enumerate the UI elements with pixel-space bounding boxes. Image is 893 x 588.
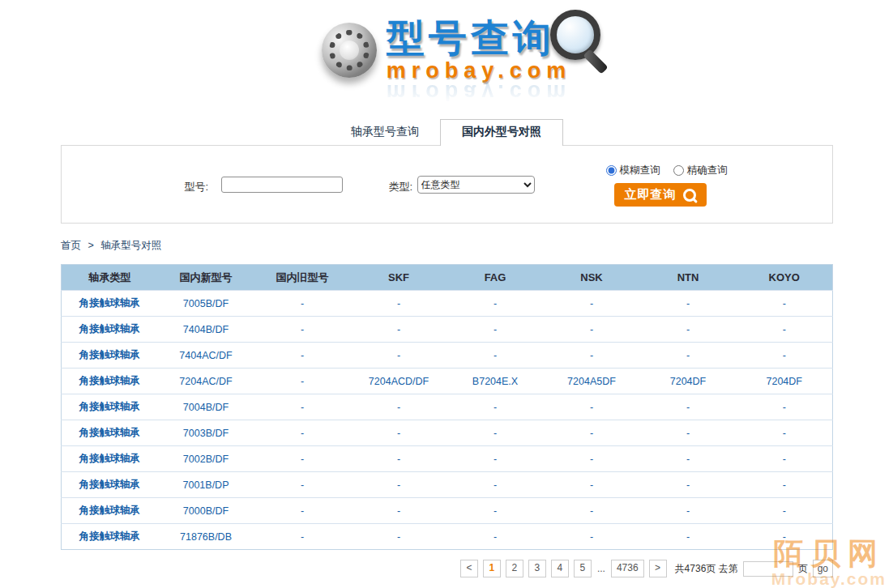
model-cell: - bbox=[640, 420, 737, 446]
model-cell: - bbox=[737, 343, 833, 369]
model-cell: - bbox=[737, 472, 833, 498]
bearing-type-cell[interactable]: 角接触球轴承 bbox=[62, 394, 158, 420]
pagination: < 12345 ... 4736 > 共4736页 去第 页 go bbox=[61, 560, 833, 577]
model-cell: - bbox=[640, 498, 737, 524]
model-cell: - bbox=[544, 446, 640, 472]
bearing-type-cell[interactable]: 角接触球轴承 bbox=[62, 291, 158, 317]
bearing-type-cell[interactable]: 角接触球轴承 bbox=[62, 524, 158, 550]
model-cell: - bbox=[737, 394, 833, 420]
table-row: 角接触球轴承7204AC/DF-7204ACD/DFB7204E.X7204A5… bbox=[62, 369, 833, 394]
submit-query-button[interactable]: 立即查询 bbox=[614, 183, 707, 207]
model-cell[interactable]: 7204DF bbox=[737, 369, 833, 394]
model-cell: - bbox=[351, 498, 447, 524]
logo: 型号查询 mrobay.com mrobay.com bbox=[0, 0, 893, 103]
goto-page-input[interactable] bbox=[743, 561, 793, 577]
model-cell: - bbox=[640, 446, 737, 472]
next-page-button[interactable]: > bbox=[649, 560, 667, 577]
model-cell: - bbox=[447, 394, 544, 420]
model-cell: - bbox=[640, 524, 737, 550]
model-cell: - bbox=[351, 420, 447, 446]
model-cell[interactable]: 7404B/DF bbox=[158, 317, 254, 343]
model-cell[interactable]: 7204A5DF bbox=[544, 369, 640, 394]
model-cell[interactable]: 7204ACD/DF bbox=[351, 369, 447, 394]
table-row: 角接触球轴承7002B/DF------ bbox=[62, 446, 833, 472]
model-cell: - bbox=[447, 343, 544, 369]
last-page-button[interactable]: 4736 bbox=[611, 560, 644, 577]
page-suffix-label: 页 bbox=[798, 562, 808, 576]
bearing-type-cell[interactable]: 角接触球轴承 bbox=[62, 420, 158, 446]
current-page-button[interactable]: 1 bbox=[483, 560, 501, 577]
model-cell[interactable]: 7002B/DF bbox=[158, 446, 254, 472]
model-cell: - bbox=[544, 291, 640, 317]
tab-bearing-model-search[interactable]: 轴承型号查询 bbox=[330, 120, 440, 145]
table-row: 角接触球轴承71876B/DB------ bbox=[62, 524, 833, 550]
table-row: 角接触球轴承7001B/DP------ bbox=[62, 472, 833, 498]
type-select[interactable]: 任意类型 bbox=[417, 176, 535, 194]
model-cell: - bbox=[351, 472, 447, 498]
model-cell: - bbox=[447, 498, 544, 524]
tab-domestic-foreign-comparison[interactable]: 国内外型号对照 bbox=[440, 119, 563, 146]
table-row: 角接触球轴承7404B/DF------ bbox=[62, 317, 833, 343]
model-cell: - bbox=[254, 446, 351, 472]
bearing-type-cell[interactable]: 角接触球轴承 bbox=[62, 446, 158, 472]
fuzzy-query-option[interactable]: 模糊查询 bbox=[606, 164, 660, 177]
go-button[interactable]: go bbox=[813, 560, 833, 577]
page-button[interactable]: 2 bbox=[506, 560, 523, 577]
fuzzy-radio[interactable] bbox=[606, 165, 617, 176]
model-cell[interactable]: 7005B/DF bbox=[158, 291, 254, 317]
search-icon bbox=[683, 189, 696, 202]
breadcrumb-separator: > bbox=[88, 240, 93, 251]
bearing-type-cell[interactable]: 角接触球轴承 bbox=[62, 472, 158, 498]
exact-radio[interactable] bbox=[673, 165, 684, 176]
table-body: 角接触球轴承7005B/DF------角接触球轴承7404B/DF------… bbox=[62, 291, 833, 550]
breadcrumb-home[interactable]: 首页 bbox=[61, 240, 81, 251]
model-cell: - bbox=[640, 291, 737, 317]
model-cell: - bbox=[254, 291, 351, 317]
page-button[interactable]: 3 bbox=[528, 560, 546, 577]
bearing-type-cell[interactable]: 角接触球轴承 bbox=[62, 317, 158, 343]
exact-query-option[interactable]: 精确查询 bbox=[673, 164, 728, 177]
model-cell: - bbox=[254, 472, 351, 498]
model-input[interactable] bbox=[221, 177, 343, 193]
bearing-type-cell[interactable]: 角接触球轴承 bbox=[62, 498, 158, 524]
model-cell: - bbox=[544, 343, 640, 369]
prev-page-button[interactable]: < bbox=[460, 560, 478, 577]
model-cell[interactable]: 7204AC/DF bbox=[158, 369, 254, 394]
model-cell: - bbox=[737, 291, 833, 317]
bearing-type-cell[interactable]: 角接触球轴承 bbox=[62, 343, 158, 369]
model-cell: - bbox=[737, 498, 833, 524]
model-cell[interactable]: 71876B/DB bbox=[158, 524, 254, 550]
model-cell[interactable]: 7000B/DF bbox=[158, 498, 254, 524]
pagination-pages: 12345 bbox=[483, 560, 592, 577]
model-cell: - bbox=[737, 317, 833, 343]
model-cell: - bbox=[351, 446, 447, 472]
table-row: 角接触球轴承7004B/DF------ bbox=[62, 394, 833, 420]
model-cell[interactable]: 7004B/DF bbox=[158, 394, 254, 420]
page: { "logo": { "title": "型号查询", "domain": "… bbox=[0, 0, 893, 588]
header-cell: 国内旧型号 bbox=[254, 265, 351, 291]
model-cell: - bbox=[447, 420, 544, 446]
submit-query-label: 立即查询 bbox=[625, 187, 677, 202]
model-cell[interactable]: B7204E.X bbox=[447, 369, 544, 394]
breadcrumb: 首页 > 轴承型号对照 bbox=[61, 239, 893, 253]
model-cell[interactable]: 7003B/DF bbox=[158, 420, 254, 446]
model-cell: - bbox=[351, 343, 447, 369]
model-cell: - bbox=[351, 291, 447, 317]
model-cell[interactable]: 7001B/DP bbox=[158, 472, 254, 498]
model-cell: - bbox=[544, 498, 640, 524]
header-cell: KOYO bbox=[737, 265, 833, 291]
page-button[interactable]: 5 bbox=[574, 560, 592, 577]
model-label: 型号: bbox=[185, 180, 209, 194]
model-cell: - bbox=[544, 420, 640, 446]
model-cell: - bbox=[544, 394, 640, 420]
logo-domain: mrobay.com bbox=[387, 58, 572, 83]
model-cell: - bbox=[737, 420, 833, 446]
model-cell[interactable]: 7404AC/DF bbox=[158, 343, 254, 369]
table-row: 角接触球轴承7000B/DF------ bbox=[62, 498, 833, 524]
logo-reflection: mrobay.com bbox=[387, 81, 572, 103]
model-cell[interactable]: 7204DF bbox=[640, 369, 737, 394]
model-cell: - bbox=[254, 369, 351, 394]
page-button[interactable]: 4 bbox=[551, 560, 569, 577]
exact-radio-label: 精确查询 bbox=[687, 164, 728, 177]
bearing-type-cell[interactable]: 角接触球轴承 bbox=[62, 369, 158, 394]
